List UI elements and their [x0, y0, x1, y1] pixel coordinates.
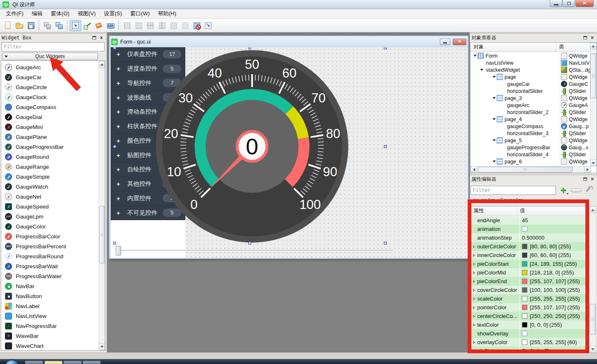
selection-handle[interactable]	[248, 242, 251, 245]
widget-group-header-quc-widgets[interactable]: Quc Widgets	[2, 53, 98, 60]
layout-horizontal-button[interactable]	[121, 20, 133, 31]
widget-item-gaugewatch[interactable]: GaugeWatch	[1, 182, 98, 192]
break-layout-button[interactable]	[191, 20, 202, 31]
scrollbar-thumb[interactable]	[590, 53, 596, 98]
object-row-form[interactable]: FormQWidge	[471, 52, 590, 59]
widget-item-navbutton[interactable]: NavButton	[1, 291, 98, 301]
layout-form-button[interactable]	[179, 20, 191, 31]
widget-box-float-button[interactable]	[91, 35, 97, 41]
selection-handle[interactable]	[248, 47, 251, 49]
form-title-bar[interactable]: Qt Form - quc.ui ✕	[110, 36, 467, 47]
taskbar-item[interactable]	[83, 361, 101, 364]
widget-box-close-button[interactable]: ×	[98, 35, 104, 41]
property-row-pointercolor[interactable]: pointerColor[255, 107, 107] (255)	[471, 303, 588, 312]
expander-icon[interactable]	[473, 341, 476, 344]
scroll-up-button[interactable]	[589, 206, 596, 213]
taskbar-item[interactable]	[25, 361, 43, 364]
scroll-left-button[interactable]	[471, 166, 477, 173]
object-row-page-6[interactable]: page_6QWidge	[471, 158, 590, 165]
widget-item-wavebar[interactable]: llWaveBar	[1, 331, 98, 341]
edit-tab-order-button[interactable]	[104, 20, 116, 31]
widget-item-gaugelpm[interactable]: 2.27GaugeLpm	[1, 211, 98, 221]
property-row-textcolor[interactable]: textColor[0, 0, 0] (255)	[471, 320, 588, 329]
property-row-showoverlay[interactable]: showOverlay	[471, 329, 588, 338]
expander-icon[interactable]	[480, 69, 483, 71]
object-row-page-3[interactable]: page_3QWidge	[471, 95, 590, 102]
expander-icon[interactable]	[493, 97, 496, 99]
widget-item-progressbarpercent[interactable]: 50%ProgressBarPercent	[1, 241, 98, 251]
taskbar-item-active[interactable]	[44, 361, 63, 364]
scroll-up-button[interactable]	[99, 61, 105, 68]
widget-item-gaugenet[interactable]: GaugeNet	[1, 192, 98, 201]
widget-item-navlabel[interactable]: NavLabel	[1, 301, 98, 311]
scrollbar-thumb[interactable]	[590, 304, 596, 335]
add-property-button[interactable]: +	[558, 185, 569, 195]
new-file-button[interactable]	[2, 20, 13, 31]
widget-item-progressbarcolor[interactable]: ProgressBarColor	[1, 231, 98, 241]
property-row-scalecolor[interactable]: scaleColor[255, 255, 255] (255)	[471, 294, 588, 303]
gauge-arc-widget[interactable]: 01020304050607080901000	[153, 48, 351, 245]
property-row-piecolorend[interactable]: pieColorEnd[255, 107, 107] (255)	[471, 277, 588, 286]
form-close-button[interactable]: ✕	[453, 39, 466, 45]
menu-item--v-[interactable]: 视图(V)	[73, 9, 100, 19]
property-row-overlaycolor[interactable]: overlayColor[255, 255, 255] (60)	[471, 338, 588, 347]
widget-item-navbar[interactable]: NavBar	[1, 281, 98, 291]
horizontal-slider-groove[interactable]	[119, 250, 393, 251]
property-row-outercirclecolor[interactable]: outerCircleColor[80, 80, 80] (255)	[471, 242, 588, 251]
object-row-page-5[interactable]: page_5QWidge	[471, 137, 590, 144]
widget-item-navlistview[interactable]: NavListView	[1, 311, 98, 321]
selection-handle[interactable]	[384, 242, 387, 245]
expander-icon[interactable]	[473, 245, 476, 248]
save-file-button[interactable]	[25, 20, 36, 31]
layout-horizontal-splitter-button[interactable]	[144, 20, 156, 31]
object-row-horizontalslider-2[interactable]: horizontalSlider_2QSlider	[471, 109, 590, 116]
scroll-down-button[interactable]	[590, 160, 597, 166]
scroll-right-button[interactable]	[584, 166, 591, 173]
property-row-piecolormid[interactable]: pieColorMid[218, 218, 0] (255)	[471, 268, 588, 277]
scroll-down-button[interactable]	[589, 346, 596, 352]
selection-handle[interactable]	[384, 47, 387, 49]
selection-handle[interactable]	[113, 242, 116, 245]
widget-item-gaugecircle[interactable]: GaugeCircle	[1, 82, 98, 92]
edit-signals-slots-button[interactable]	[81, 20, 93, 31]
object-row-horizontalslider-4[interactable]: horizontalSlider_4QSlider	[471, 151, 590, 158]
configure-button[interactable]	[583, 185, 593, 195]
widget-item-navprogressbar[interactable]: +NavProgressBar	[1, 321, 98, 331]
widget-item-gaugeround[interactable]: GaugeRound	[1, 152, 98, 162]
widget-item-gaugeplane[interactable]: GaugePlane	[1, 132, 98, 142]
expander-icon[interactable]	[473, 315, 476, 318]
widget-item-progressbarwait[interactable]: ProgressBarWait	[1, 261, 98, 271]
object-row-gaugecar[interactable]: gaugeCarGaugeC	[471, 80, 590, 87]
checkbox-showoverlay[interactable]	[522, 331, 527, 336]
selection-handle[interactable]	[113, 145, 116, 148]
object-inspector-float-button[interactable]	[582, 35, 588, 41]
object-row-gaugeprogressbar[interactable]: gaugeProgressBarGaug...s	[471, 144, 590, 151]
scrollbar-thumb[interactable]	[99, 206, 104, 263]
scroll-up-button[interactable]	[590, 43, 597, 49]
menu-item--s-[interactable]: 设置(S)	[100, 9, 126, 19]
layout-vertical-button[interactable]	[133, 20, 144, 31]
object-row-stackedwidget[interactable]: stackedWidgetQSta...dg	[471, 66, 590, 73]
object-row-horizontalslider-3[interactable]: horizontalSlider_3QSlider	[471, 130, 590, 137]
selection-handle[interactable]	[113, 47, 116, 49]
widget-item-gaugeprogressbar[interactable]: GaugeProgressBar	[1, 142, 98, 152]
adjust-size-button[interactable]	[202, 20, 214, 31]
edit-widgets-button[interactable]	[70, 20, 81, 31]
menu-item--[interactable]: 编辑	[28, 9, 47, 19]
menu-item--h-[interactable]: 帮助(H)	[154, 9, 180, 19]
expander-icon[interactable]	[473, 254, 476, 257]
form-minimize-button[interactable]	[440, 39, 450, 45]
object-row-gaugearc[interactable]: gaugeArcGaugeA	[471, 102, 590, 109]
menu-item--w-[interactable]: 窗口(W)	[126, 9, 154, 19]
menu-item--f-[interactable]: 文件(F)	[2, 9, 28, 19]
layout-grid-button[interactable]	[167, 20, 179, 31]
object-inspector-close-button[interactable]: ×	[589, 35, 595, 41]
menu-item--o-[interactable]: 窗体(O)	[47, 9, 74, 19]
remove-property-button[interactable]	[571, 188, 582, 192]
expander-icon[interactable]	[473, 262, 476, 266]
property-editor-float-button[interactable]	[582, 176, 588, 182]
widget-item-gaugerange[interactable]: GaugeRange	[1, 162, 98, 172]
object-row-page[interactable]: pageQWidge	[471, 73, 590, 80]
widget-item-progressbarwater[interactable]: 74%ProgressBarWater	[1, 271, 98, 281]
close-button[interactable]: ✕	[575, 0, 594, 7]
